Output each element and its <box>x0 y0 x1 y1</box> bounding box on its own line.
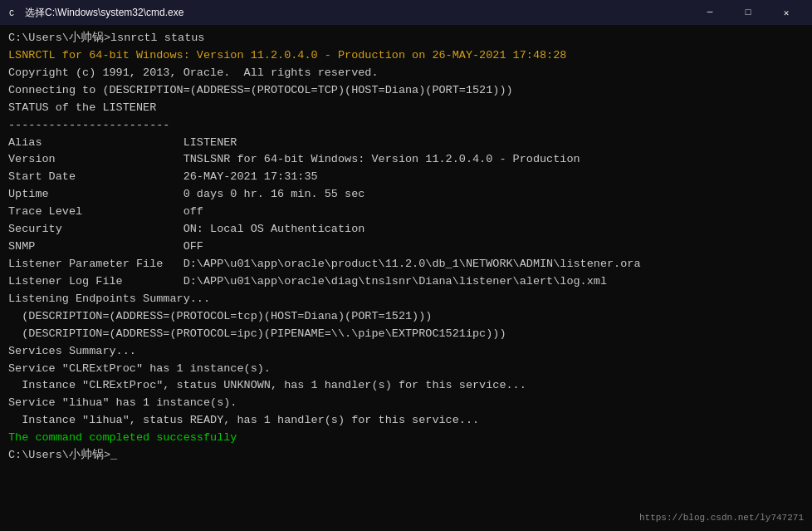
terminal-line: SNMP OFF <box>8 238 804 256</box>
terminal-line: Uptime 0 days 0 hr. 16 min. 55 sec <box>8 186 804 204</box>
svg-text:C: C <box>9 9 14 18</box>
terminal-line: ------------------------ <box>8 117 804 135</box>
terminal-line: (DESCRIPTION=(ADDRESS=(PROTOCOL=tcp)(HOS… <box>8 308 804 326</box>
terminal-line: Connecting to (DESCRIPTION=(ADDRESS=(PRO… <box>8 82 804 100</box>
terminal-line: Services Summary... <box>8 343 804 361</box>
terminal-line: LSNRCTL for 64-bit Windows: Version 11.2… <box>8 47 804 65</box>
watermark: https://blog.csdn.net/ly747271 <box>639 513 804 523</box>
terminal-line: (DESCRIPTION=(ADDRESS=(PROTOCOL=ipc)(PIP… <box>8 326 804 343</box>
minimize-button[interactable]: ─ <box>691 0 729 25</box>
terminal-line: STATUS of the LISTENER <box>8 100 804 117</box>
cmd-icon: C <box>7 6 20 19</box>
terminal-line: Listening Endpoints Summary... <box>8 291 804 308</box>
titlebar-title: 选择C:\Windows\system32\cmd.exe <box>25 6 183 20</box>
titlebar-controls[interactable]: ─ □ ✕ <box>691 0 805 25</box>
terminal-line: Alias LISTENER <box>8 135 804 152</box>
terminal-line: The command completed successfully <box>8 430 804 447</box>
terminal-line: Version TNSLSNR for 64-bit Windows: Vers… <box>8 151 804 169</box>
terminal-line: Instance "CLRExtProc", status UNKNOWN, h… <box>8 377 804 395</box>
terminal-line: C:\Users\小帅锅>lsnrctl status <box>8 30 804 47</box>
titlebar-left: C 选择C:\Windows\system32\cmd.exe <box>7 6 183 20</box>
terminal-line: C:\Users\小帅锅>_ <box>8 447 804 465</box>
terminal-output: C:\Users\小帅锅>lsnrctl statusLSNRCTL for 6… <box>0 25 812 531</box>
close-button[interactable]: ✕ <box>767 0 805 25</box>
terminal-line: Start Date 26-MAY-2021 17:31:35 <box>8 169 804 186</box>
terminal-line: Listener Parameter File D:\APP\u01\app\o… <box>8 256 804 273</box>
terminal-line: Copyright (c) 1991, 2013, Oracle. All ri… <box>8 65 804 82</box>
terminal-line: Service "CLRExtProc" has 1 instance(s). <box>8 361 804 378</box>
terminal-line: Security ON: Local OS Authentication <box>8 221 804 238</box>
maximize-button[interactable]: □ <box>729 0 767 25</box>
terminal-line: Instance "lihua", status READY, has 1 ha… <box>8 412 804 430</box>
terminal-line: Trace Level off <box>8 204 804 221</box>
terminal-line: Service "lihua" has 1 instance(s). <box>8 395 804 412</box>
titlebar: C 选择C:\Windows\system32\cmd.exe ─ □ ✕ <box>0 0 812 25</box>
terminal-line: Listener Log File D:\APP\u01\app\oracle\… <box>8 273 804 291</box>
